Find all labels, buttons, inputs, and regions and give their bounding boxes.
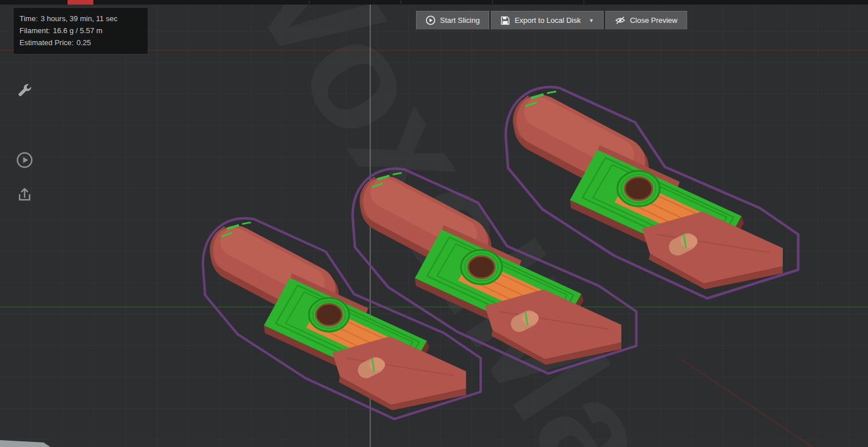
start-slicing-button[interactable]: Start Slicing [416, 11, 489, 30]
stat-filament-label: Filament: [19, 26, 50, 35]
play-circle-icon [16, 151, 33, 171]
stat-price-label: Estimated Price: [19, 38, 74, 47]
stat-time-label: Time: [19, 14, 38, 23]
stat-time-value: 3 hours, 39 min, 11 sec [41, 14, 117, 23]
wrench-icon [16, 83, 33, 102]
preview-toolbar: Start Slicing Export to Local Disk ▼ Clo… [416, 11, 687, 30]
titlebar-separator [309, 1, 310, 4]
stat-price-value: 0.25 [77, 38, 91, 47]
titlebar-separator [401, 1, 401, 4]
export-local-disk-label: Export to Local Disk [514, 16, 581, 25]
titlebar-red-fragment [68, 0, 93, 5]
stat-filament: Filament:16.6 g / 5.57 m [19, 25, 141, 37]
play-tool-button[interactable] [15, 152, 34, 170]
wrench-tool-button[interactable] [15, 83, 34, 102]
eye-slash-icon [615, 16, 625, 25]
titlebar [0, 0, 868, 5]
start-slicing-label: Start Slicing [440, 16, 479, 25]
upload-icon [16, 186, 33, 205]
viewport-3d[interactable]: VoxelMaker [0, 0, 868, 447]
stat-filament-value: 16.6 g / 5.57 m [53, 26, 102, 35]
floppy-disk-icon [501, 16, 510, 25]
upload-tool-button[interactable] [15, 186, 34, 205]
titlebar-separator [492, 1, 493, 4]
titlebar-separator [584, 1, 584, 4]
stat-time: Time:3 hours, 39 min, 11 sec [19, 13, 141, 25]
play-circle-icon [426, 15, 435, 25]
close-preview-label: Close Preview [630, 16, 677, 25]
side-toolbar [15, 83, 34, 205]
chevron-down-icon[interactable]: ▼ [589, 18, 594, 23]
stat-price: Estimated Price:0.25 [19, 37, 141, 49]
export-local-disk-button[interactable]: Export to Local Disk ▼ [491, 11, 604, 30]
close-preview-button[interactable]: Close Preview [605, 11, 687, 30]
print-stats-panel: Time:3 hours, 39 min, 11 sec Filament:16… [14, 8, 148, 54]
